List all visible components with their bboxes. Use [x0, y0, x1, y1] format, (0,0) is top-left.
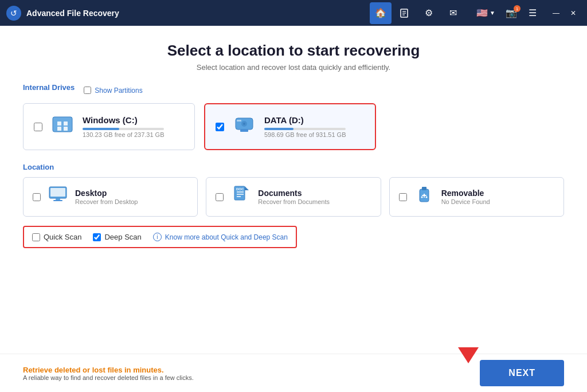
drive-c-space: 130.23 GB free of 237.31 GB [83, 131, 164, 138]
camera-button[interactable]: 📷 1 [501, 5, 522, 21]
menu-button[interactable]: ☰ [524, 5, 541, 21]
content-area: Internal Drives Show Partitions [0, 83, 587, 354]
drive-d-space: 598.69 GB free of 931.51 GB [264, 131, 346, 138]
svg-rect-14 [240, 130, 248, 132]
quick-scan-label: Quick Scan [44, 233, 81, 241]
nav-search-button[interactable] [394, 2, 416, 24]
titlebar-right: 🇺🇸 ▼ 📷 1 ☰ — ✕ [473, 5, 581, 21]
drive-d-name: DATA (D:) [264, 115, 346, 125]
removable-name: Removable [441, 189, 490, 198]
documents-sub: Recover from Documents [258, 198, 330, 205]
info-icon: i [153, 233, 162, 241]
quick-scan-option[interactable]: Quick Scan [32, 233, 81, 241]
svg-rect-17 [237, 120, 241, 121]
deep-scan-option[interactable]: Deep Scan [93, 233, 141, 241]
drive-c-bar [83, 128, 119, 130]
deep-scan-label: Deep Scan [104, 233, 141, 241]
scan-info-label: Know more about Quick and Deep Scan [165, 233, 288, 241]
next-button[interactable]: NEXT [480, 360, 564, 386]
scan-info-link[interactable]: i Know more about Quick and Deep Scan [153, 233, 288, 241]
svg-point-16 [243, 123, 245, 125]
language-button[interactable]: 🇺🇸 ▼ [473, 5, 499, 21]
desktop-name: Desktop [75, 189, 138, 198]
removable-sub: No Device Found [441, 198, 490, 205]
drive-d-bar-container [264, 128, 346, 130]
deep-scan-checkbox[interactable] [93, 233, 101, 241]
drive-card-d[interactable]: DATA (D:) 598.69 GB free of 931.51 GB [204, 103, 376, 150]
drive-d-bar [264, 128, 294, 130]
location-section: Location Desktop [23, 163, 564, 217]
documents-icon: DOC [230, 185, 251, 209]
drive-d-checkbox[interactable] [216, 123, 224, 131]
removable-info: Removable No Device Found [441, 189, 490, 205]
svg-rect-22 [53, 200, 62, 201]
svg-rect-11 [64, 127, 68, 131]
app-logo: ↺ [6, 5, 22, 21]
red-arrow-icon [458, 347, 479, 363]
svg-rect-8 [57, 121, 61, 126]
documents-name: Documents [258, 189, 330, 198]
show-partitions-checkbox[interactable] [84, 87, 91, 94]
removable-icon [414, 185, 435, 209]
location-card-desktop[interactable]: Desktop Recover from Desktop [23, 177, 198, 217]
internal-drives-header: Internal Drives Show Partitions [23, 83, 564, 97]
removable-checkbox[interactable] [399, 193, 407, 201]
nav-settings-button[interactable]: ⚙ [418, 2, 440, 24]
drive-d-icon [232, 112, 256, 141]
page-subtitle: Select location and recover lost data qu… [11, 63, 576, 72]
drives-row: Windows (C:) 130.23 GB free of 237.31 GB [23, 103, 564, 150]
titlebar: ↺ Advanced File Recovery 🏠 ⚙ ✉ 🇺🇸 ▼ 📷 1 … [0, 0, 587, 26]
footer-subtext: A reliable way to find and recover delet… [23, 374, 194, 381]
header-section: Select a location to start recovering Se… [0, 26, 587, 83]
close-button[interactable]: ✕ [565, 5, 581, 21]
svg-rect-9 [64, 121, 68, 126]
svg-point-35 [421, 197, 422, 198]
drive-card-c[interactable]: Windows (C:) 130.23 GB free of 237.31 GB [23, 103, 195, 150]
desktop-info: Desktop Recover from Desktop [75, 189, 138, 205]
nav-mail-button[interactable]: ✉ [442, 2, 464, 24]
window-controls: — ✕ [548, 5, 581, 21]
drive-c-bar-container [83, 128, 164, 130]
svg-rect-32 [422, 187, 426, 190]
location-cards: Desktop Recover from Desktop [23, 177, 564, 217]
show-partitions-label: Show Partitions [95, 87, 142, 95]
drive-d-info: DATA (D:) 598.69 GB free of 931.51 GB [264, 115, 346, 138]
svg-point-36 [425, 197, 427, 198]
footer-bar: Retrieve deleted or lost files in minute… [0, 354, 587, 392]
documents-checkbox[interactable] [216, 193, 224, 201]
svg-rect-20 [50, 188, 65, 197]
camera-badge: 1 [514, 5, 521, 12]
app-title: Advanced File Recovery [26, 9, 365, 18]
svg-marker-24 [245, 186, 249, 190]
internal-drives-label: Internal Drives [23, 83, 75, 92]
desktop-icon [48, 185, 68, 209]
flag-icon: 🇺🇸 [476, 7, 488, 18]
svg-rect-21 [56, 198, 60, 200]
location-label: Location [23, 163, 564, 171]
flag-dropdown-icon: ▼ [490, 10, 495, 16]
footer-headline: Retrieve deleted or lost files in minute… [23, 366, 194, 374]
svg-rect-6 [53, 117, 72, 132]
scan-options: Quick Scan Deep Scan i Know more about Q… [23, 226, 297, 248]
desktop-sub: Recover from Desktop [75, 198, 138, 205]
main-content: Select a location to start recovering Se… [0, 26, 587, 392]
svg-rect-10 [57, 127, 61, 131]
drive-c-name: Windows (C:) [83, 115, 164, 125]
nav-home-button[interactable]: 🏠 [370, 2, 392, 24]
drive-c-info: Windows (C:) 130.23 GB free of 237.31 GB [83, 115, 164, 138]
desktop-checkbox[interactable] [33, 193, 41, 201]
svg-text:↺: ↺ [10, 9, 17, 18]
quick-scan-checkbox[interactable] [32, 233, 40, 241]
footer-right: NEXT [468, 360, 564, 386]
show-partitions-toggle[interactable]: Show Partitions [84, 87, 142, 95]
nav-bar: 🏠 ⚙ ✉ [370, 2, 464, 24]
drive-c-icon [50, 112, 75, 141]
drive-c-checkbox[interactable] [34, 123, 42, 131]
page-title: Select a location to start recovering [11, 42, 576, 60]
minimize-button[interactable]: — [548, 5, 564, 21]
footer-text: Retrieve deleted or lost files in minute… [23, 366, 194, 381]
svg-text:DOC: DOC [236, 187, 244, 191]
location-card-documents[interactable]: DOC Documents Recover from Documents [206, 177, 381, 217]
location-card-removable[interactable]: Removable No Device Found [389, 177, 564, 217]
documents-info: Documents Recover from Documents [258, 189, 330, 205]
